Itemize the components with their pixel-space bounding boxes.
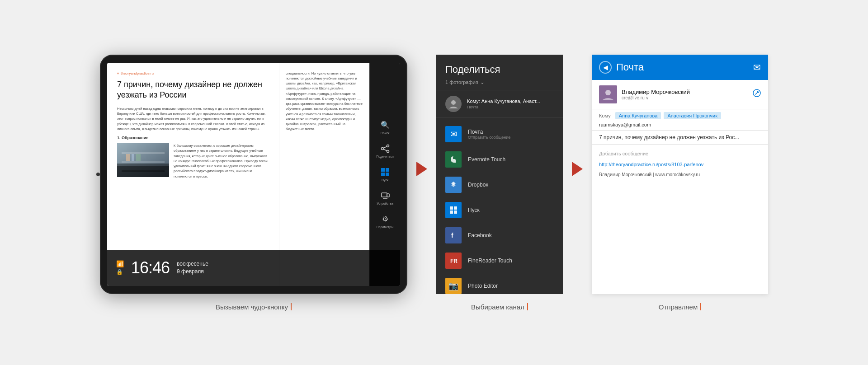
svg-rect-17 bbox=[386, 173, 389, 176]
step3-label: Отправляем bbox=[659, 303, 702, 311]
dropbox-app-name: Dropbox bbox=[468, 182, 488, 188]
mail-to-row: Кому Анна Кучуганова Анастасия Прокопчик… bbox=[592, 109, 768, 131]
mail-add-message-prompt[interactable]: Добавить сообщение bbox=[599, 150, 761, 158]
article-source: theoryandpractice.ru bbox=[117, 71, 269, 76]
svg-rect-3 bbox=[122, 161, 165, 163]
share-panel-title: Поделиться bbox=[445, 64, 554, 75]
svg-point-11 bbox=[387, 150, 389, 152]
svg-rect-1 bbox=[117, 143, 169, 177]
dropbox-app-icon bbox=[445, 177, 462, 193]
mail-panel-section: ◀ Почта ✉ Владимир Морочковский cre@live… bbox=[592, 55, 768, 311]
share-app-dropbox[interactable]: Dropbox bbox=[436, 172, 563, 197]
svg-rect-19 bbox=[387, 194, 389, 197]
mail-app-name: Почта bbox=[468, 129, 510, 135]
tablet-screen: theoryandpractice.ru 7 причин, почему ди… bbox=[107, 63, 400, 286]
svg-text:f: f bbox=[451, 232, 453, 239]
mail-subject-text: 7 причин, почему дизайнер не должен уезж… bbox=[599, 134, 761, 140]
charm-start-label: Пуск bbox=[382, 178, 388, 182]
contact-info: Кому: Анна Кучуганова, Анаст... Почта bbox=[467, 98, 554, 109]
svg-rect-24 bbox=[450, 206, 453, 210]
windows-app-name: Пуск bbox=[468, 207, 480, 213]
svg-rect-27 bbox=[454, 211, 457, 214]
mail-edit-button[interactable] bbox=[753, 89, 761, 99]
mail-panel: ◀ Почта ✉ Владимир Морочковский cre@live… bbox=[592, 55, 768, 294]
arrow2-icon bbox=[572, 162, 583, 176]
tablet-wrapper: theoryandpractice.ru 7 причин, почему ди… bbox=[100, 55, 407, 294]
share-app-facebook[interactable]: f Facebook bbox=[436, 223, 563, 248]
share-panel-header: Поделиться 1 фотография bbox=[436, 55, 563, 90]
share-icon bbox=[380, 144, 390, 154]
charm-devices[interactable]: Устройства bbox=[370, 188, 400, 208]
recipient-anastasia[interactable]: Анастасия Прокопчик bbox=[664, 112, 721, 119]
charm-share[interactable]: Поделиться bbox=[370, 141, 400, 161]
contact-avatar bbox=[445, 96, 462, 112]
main-container: theoryandpractice.ru 7 причин, почему ди… bbox=[0, 0, 868, 365]
finereader-app-icon: FR bbox=[445, 253, 462, 269]
article-section-title: 1. Образование bbox=[117, 135, 269, 141]
charm-devices-label: Устройства bbox=[377, 202, 393, 205]
svg-point-10 bbox=[381, 147, 383, 150]
share-contact: Кому: Анна Кучуганова, Анаст... Почта bbox=[436, 90, 563, 118]
svg-rect-15 bbox=[386, 168, 389, 172]
svg-rect-5 bbox=[126, 154, 130, 161]
article-image bbox=[117, 143, 169, 177]
svg-marker-23 bbox=[451, 183, 456, 187]
share-app-photo[interactable]: 📷 Photo Editor bbox=[436, 273, 563, 294]
svg-rect-2 bbox=[122, 152, 165, 154]
photo-app-name: Photo Editor bbox=[468, 283, 498, 289]
share-app-finereader[interactable]: FR FineReader Touch bbox=[436, 248, 563, 273]
mail-subject-row: 7 причин, почему дизайнер не должен уезж… bbox=[592, 131, 768, 145]
contact-name: Кому: Анна Кучуганова, Анаст... bbox=[467, 98, 554, 104]
charm-settings[interactable]: ⚙ Параметры bbox=[370, 211, 400, 231]
charm-share-label: Поделиться bbox=[376, 155, 394, 158]
mail-header: ◀ Почта ✉ bbox=[592, 55, 768, 80]
status-time: 16:46 bbox=[131, 258, 170, 277]
svg-point-31 bbox=[605, 90, 611, 95]
share-app-windows[interactable]: Пуск bbox=[436, 197, 563, 223]
tablet-status-bar: 📶 🔒 16:46 воскресенье 9 февраля bbox=[107, 250, 400, 286]
search-icon: 🔍 bbox=[380, 120, 390, 130]
svg-rect-6 bbox=[132, 154, 134, 161]
svg-point-21 bbox=[451, 100, 456, 105]
svg-rect-14 bbox=[381, 168, 385, 172]
recipient-anna[interactable]: Анна Кучуганова bbox=[615, 112, 661, 119]
tablet-camera bbox=[96, 173, 100, 176]
share-app-mail[interactable]: ✉ Почта Отправить сообщение bbox=[436, 122, 563, 147]
status-icons: 📶 🔒 bbox=[116, 260, 124, 275]
lock-icon: 🔒 bbox=[116, 269, 123, 275]
share-app-evernote[interactable]: Evernote Touch bbox=[436, 147, 563, 172]
evernote-app-name: Evernote Touch bbox=[468, 156, 505, 163]
step1-bar bbox=[291, 303, 292, 310]
share-panel-subtitle[interactable]: 1 фотография bbox=[445, 79, 554, 85]
right-col-text: специальности. Но нужно отметить, что уж… bbox=[286, 71, 363, 132]
windows-app-icon bbox=[445, 202, 462, 218]
devices-icon bbox=[380, 191, 390, 201]
mail-app-icon: ✉ bbox=[445, 126, 462, 142]
step1-label: Вызываем чудо-кнопку bbox=[216, 303, 292, 311]
wifi-icon: 📶 bbox=[116, 260, 124, 267]
svg-rect-16 bbox=[381, 173, 385, 176]
mail-app-action: Отправить сообщение bbox=[468, 135, 510, 140]
charm-search-label: Поиск bbox=[381, 131, 389, 135]
mail-to-label: Кому bbox=[599, 113, 611, 118]
photo-app-icon: 📷 bbox=[445, 278, 462, 294]
arrow2-container bbox=[563, 162, 592, 203]
charm-start[interactable]: Пуск bbox=[370, 164, 400, 184]
sender-avatar bbox=[599, 85, 617, 103]
mail-link[interactable]: http://theoryandpractice.ru/posts/8103-p… bbox=[599, 161, 761, 168]
arrow1-icon bbox=[416, 162, 427, 176]
mail-app-title: Почта bbox=[616, 61, 644, 73]
mail-back-button[interactable]: ◀ bbox=[599, 61, 612, 74]
contact-source: Почта bbox=[467, 105, 554, 109]
mail-body: Добавить сообщение http://theoryandpract… bbox=[592, 145, 768, 294]
sender-info: Владимир Морочковский cre@live.ru ∨ bbox=[622, 89, 748, 100]
share-apps-list: ✉ Почта Отправить сообщение Evernote Tou… bbox=[436, 118, 563, 294]
finereader-app-name: FineReader Touch bbox=[468, 257, 512, 264]
svg-rect-8 bbox=[117, 166, 169, 177]
charm-search[interactable]: 🔍 Поиск bbox=[370, 117, 400, 137]
recipient-email[interactable]: raumskaya@gmail.com bbox=[599, 122, 651, 127]
sender-email: cre@live.ru ∨ bbox=[622, 95, 748, 100]
mail-signature: Владимир Морочковский | www.morochkovsky… bbox=[599, 171, 761, 178]
mail-send-button[interactable]: ✉ bbox=[753, 62, 761, 73]
tablet-frame: theoryandpractice.ru 7 причин, почему ди… bbox=[100, 55, 407, 294]
